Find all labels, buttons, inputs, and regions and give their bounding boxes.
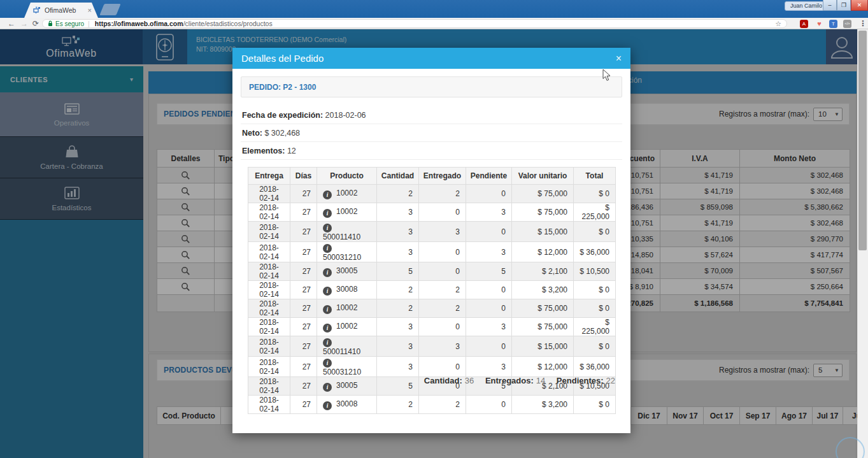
blue-extension-icon[interactable]: T [829, 20, 837, 28]
browser-menu-icon[interactable]: ⋮ [859, 18, 867, 29]
window-close-button[interactable]: ✕ [851, 0, 868, 11]
info-icon[interactable]: i [323, 268, 332, 277]
browser-tab[interactable]: OfimaWeb × [24, 3, 98, 18]
info-icon[interactable]: i [323, 244, 332, 253]
info-icon[interactable]: i [323, 190, 332, 199]
order-detail-row: 2018-02-1427i30008220$ 3,200$ 0 [248, 281, 616, 299]
modal-summary: Cantidad:36 Entregados:14 Pendientes:22 [415, 376, 615, 385]
order-detail-row: 2018-02-1427i10002303$ 75,000$ 225,000 [248, 318, 616, 336]
info-icon[interactable]: i [323, 324, 332, 333]
order-detail-row: 2018-02-1427i10002220$ 75,000$ 0 [248, 299, 616, 318]
browser-profile-name[interactable]: Juan Camilo [785, 1, 828, 11]
bookmark-star-icon[interactable]: ☆ [775, 20, 781, 28]
info-icon[interactable]: i [323, 338, 332, 347]
url-text[interactable]: https://ofimaweb.ofima.com/cliente/estad… [95, 20, 771, 27]
info-icon[interactable]: i [323, 209, 332, 218]
secure-lock-icon [48, 20, 53, 27]
order-detail-row: 2018-02-1427i500031210303$ 12,000$ 36,00… [248, 357, 616, 377]
info-icon[interactable]: i [323, 224, 332, 233]
order-details-modal: Detalles del Pedido × PEDIDO: P2 - 1300 … [232, 48, 630, 433]
browser-titlebar [0, 0, 868, 18]
screen: OfimaWeb × Juan Camilo – ❐ ✕ ← → ⟳ Es se… [0, 0, 868, 458]
mouse-cursor [602, 69, 611, 82]
ofimaweb-favicon-icon [33, 6, 41, 14]
url-bar[interactable]: Es seguro | https://ofimaweb.ofima.com/c… [42, 19, 787, 28]
scrollbar-thumb[interactable] [858, 31, 867, 250]
forward-icon[interactable]: → [20, 18, 28, 29]
security-label: Es seguro [55, 20, 84, 27]
pedido-label: PEDIDO: P2 - 1300 [241, 76, 622, 97]
close-icon[interactable]: × [616, 54, 622, 64]
pdf-extension-icon[interactable]: A [800, 20, 808, 28]
url-divider: | [88, 20, 90, 27]
field-fecha-expedicion: Fecha de expedición: 2018-02-06 [241, 106, 622, 124]
window-minimize-button[interactable]: – [823, 0, 837, 11]
field-elementos: Elementos: 12 [241, 142, 622, 160]
info-icon[interactable]: i [323, 401, 332, 410]
order-detail-row: 2018-02-1427i30005505$ 2,100$ 10,500 [248, 262, 616, 281]
order-detail-row: 2018-02-1427i10002303$ 75,000$ 225,000 [248, 203, 616, 222]
info-icon[interactable]: i [323, 383, 332, 392]
field-neto: Neto: $ 302,468 [241, 124, 622, 142]
order-detail-row: 2018-02-1427i10002220$ 75,000$ 0 [248, 185, 616, 203]
info-icon[interactable]: i [323, 305, 332, 314]
reload-icon[interactable]: ⟳ [32, 18, 39, 29]
back-icon[interactable]: ← [8, 18, 15, 29]
order-detail-row: 2018-02-1427i500031210303$ 12,000$ 36,00… [248, 242, 616, 262]
order-detail-row: 2018-02-1427i30008220$ 3,200$ 0 [248, 396, 616, 414]
window-maximize-button[interactable]: ❐ [837, 0, 851, 11]
info-icon[interactable]: i [323, 287, 332, 296]
tab-title: OfimaWeb [45, 6, 85, 14]
order-detail-row: 2018-02-1427i500011410330$ 15,000$ 0 [248, 336, 616, 357]
modal-title: Detalles del Pedido [241, 53, 616, 64]
heart-extension-icon[interactable]: ♥ [815, 20, 823, 28]
order-detail-row: 2018-02-1427i500011410330$ 15,000$ 0 [248, 222, 616, 242]
code-extension-icon[interactable]: </> [843, 20, 851, 28]
info-icon[interactable]: i [323, 359, 332, 368]
tab-close-icon[interactable]: × [88, 6, 92, 14]
order-items-header-row: Entrega Días Producto Cantidad Entregado… [248, 168, 616, 185]
modal-header: Detalles del Pedido × [232, 48, 630, 69]
